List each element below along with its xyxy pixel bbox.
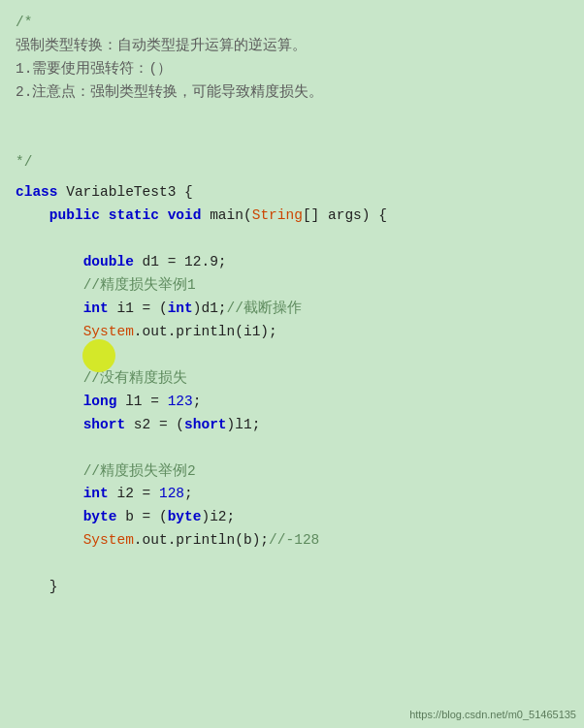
- blank-line-4: [16, 553, 568, 576]
- double-decl: double d1 = 12.9;: [16, 251, 568, 274]
- int-cast-line: int i1 = (int)d1;//截断操作: [16, 298, 568, 321]
- println-b: System.out.println(b);//-128: [16, 529, 568, 553]
- long-decl: long l1 = 123;: [16, 391, 568, 414]
- comment-line-2: 强制类型转换：自动类型提升运算的逆运算。: [16, 35, 568, 58]
- comment-line-7: */: [16, 151, 568, 174]
- comment-block: /* 强制类型转换：自动类型提升运算的逆运算。 1.需要使用强转符：(） 2.注…: [16, 12, 568, 174]
- int-i2-decl: int i2 = 128;: [16, 483, 568, 506]
- comment-line-5: [16, 105, 568, 128]
- comment-example2: //精度损失举例2: [16, 460, 568, 484]
- comment-example1: //精度损失举例1: [16, 274, 568, 298]
- cursor-indicator: [82, 339, 115, 372]
- main-method: public static void main(String[] args) {: [16, 205, 568, 228]
- comment-line-3: 1.需要使用强转符：(）: [16, 58, 568, 81]
- blank-line-1: [16, 228, 568, 251]
- class-declaration: class VariableTest3 {: [16, 181, 568, 205]
- comment-line-6: [16, 128, 568, 151]
- comment-line-1: /*: [16, 12, 568, 35]
- closing-brace-method: }: [16, 576, 568, 599]
- short-decl: short s2 = (short)l1;: [16, 414, 568, 437]
- byte-decl: byte b = (byte)i2;: [16, 506, 568, 529]
- comment-line-4: 2.注意点：强制类型转换，可能导致精度损失。: [16, 81, 568, 105]
- watermark: https://blog.csdn.net/m0_51465135: [409, 709, 576, 720]
- code-editor: /* 强制类型转换：自动类型提升运算的逆运算。 1.需要使用强转符：(） 2.注…: [0, 0, 584, 728]
- blank-line-3: [16, 437, 568, 460]
